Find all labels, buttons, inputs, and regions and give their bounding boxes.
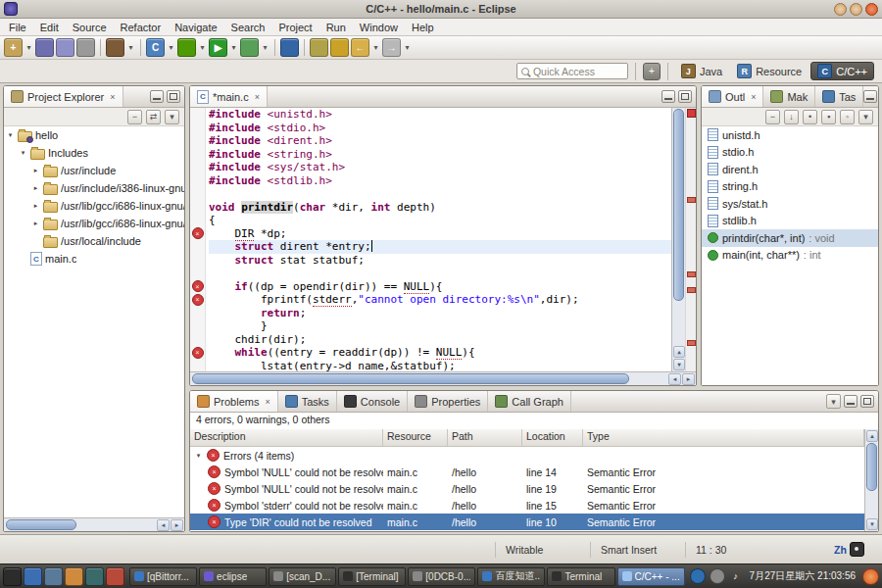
close-icon[interactable]: × [265,397,270,407]
tab-tasks[interactable]: Tasks [278,391,337,412]
view-menu-icon[interactable]: ▾ [165,110,179,124]
scroll-right-icon[interactable]: ▸ [682,373,695,385]
code-line[interactable]: #include <string.h> [209,148,671,162]
menu-source[interactable]: Source [66,21,114,34]
overview-error-mark[interactable] [687,197,696,203]
app-menu-icon[interactable] [3,567,22,586]
scroll-right-icon[interactable]: ▸ [171,519,183,531]
tab-tas[interactable]: Tas [815,86,863,107]
code-line[interactable]: if((dp = opendir(dir)) == NULL){ [209,280,671,294]
taskbar-window-button[interactable]: C/C++ - ... [617,567,685,586]
column-header-location[interactable]: Location [522,429,583,446]
tree-item[interactable]: ▾hello [4,126,184,144]
window-titlebar[interactable]: C/C++ - hello/main.c - Eclipse [0,0,882,19]
outline-item[interactable]: unistd.h [702,126,878,144]
column-header-path[interactable]: Path [448,429,522,446]
code-line[interactable]: #include <dirent.h> [209,134,671,148]
close-icon[interactable]: × [751,92,756,102]
collapse-all-icon[interactable]: − [127,110,142,124]
taskbar-window-button[interactable]: eclipse [199,567,267,586]
code-line[interactable]: #include <sys/stat.h> [209,161,671,174]
overview-ruler[interactable] [685,108,696,371]
close-icon[interactable]: × [110,92,115,102]
tree-item[interactable]: /usr/local/include [4,232,184,250]
input-method-tray-icon[interactable] [690,568,706,584]
maximize-view-button[interactable] [167,90,180,103]
new-c-file-icon[interactable]: C [146,38,165,57]
tab-console[interactable]: Console [337,391,408,412]
perspective-cc[interactable]: CC/C++ [810,62,874,80]
maximize-button[interactable] [850,3,862,16]
tree-item[interactable]: ▸/usr/lib/gcc/i686-linux-gnu/4.7/ [4,215,184,232]
network-tray-icon[interactable] [710,568,725,584]
taskbar-window-button[interactable]: 百度知道... [477,567,545,586]
problem-row[interactable]: ×Symbol 'NULL' could not be resolvedmain… [190,464,864,480]
back-dropdown[interactable]: ▾ [371,43,380,52]
forward-dropdown[interactable]: ▾ [403,43,412,52]
tab-project-explorer[interactable]: Project Explorer × [4,86,123,107]
debug-dropdown[interactable]: ▾ [198,43,207,52]
hide-static-icon[interactable]: ▪ [821,110,836,124]
screenshot-tool-icon[interactable] [106,567,124,586]
code-line[interactable] [209,187,671,201]
maximize-view-button[interactable] [678,90,692,103]
twisty-icon[interactable]: ▸ [31,167,40,174]
file-manager-icon[interactable] [44,567,63,586]
code-line[interactable]: struct dirent *entry; [209,240,671,254]
build-dropdown[interactable]: ▾ [126,43,135,52]
menu-file[interactable]: File [2,21,33,34]
new-wizard-dropdown[interactable]: ▾ [24,43,33,52]
terminal-launcher-icon[interactable] [85,567,104,586]
scroll-up-icon[interactable]: ▲ [866,430,878,442]
editor-vscrollbar[interactable]: ▲ ▼ [671,108,685,371]
run-icon[interactable]: ▶ [209,38,227,57]
problems-vscrollbar[interactable]: ▲ ▼ [864,429,878,531]
taskbar-window-button[interactable]: [Terminal] [338,567,406,586]
outline-item[interactable]: printdir(char*, int) : void [702,229,878,247]
menu-edit[interactable]: Edit [33,21,66,34]
tab-call-graph[interactable]: Call Graph [488,391,571,412]
hide-non-public-icon[interactable]: ◦ [840,110,855,124]
scroll-left-icon[interactable]: ◂ [668,373,681,385]
error-marker-icon[interactable]: × [192,294,204,306]
close-icon[interactable]: × [255,92,260,102]
taskbar-window-button[interactable]: [0DCB-0... [408,567,475,586]
taskbar-window-button[interactable]: [qBittorr... [129,567,197,586]
problem-row[interactable]: ×Symbol 'NULL' could not be resolvedmain… [190,480,864,497]
minimize-view-button[interactable] [844,395,858,408]
show-desktop-icon[interactable] [24,567,42,586]
forward-icon[interactable]: → [382,38,401,57]
minimize-view-button[interactable] [662,90,675,103]
external-tools-dropdown[interactable]: ▾ [261,43,270,52]
scrollbar-thumb[interactable] [673,109,684,301]
outline-item[interactable]: stdio.h [702,144,878,162]
problems-group-row[interactable]: ▾×Errors (4 items) [190,447,864,464]
clock[interactable]: 7月27日星期六 21:03:56 [750,569,856,583]
menu-refactor[interactable]: Refactor [114,21,169,34]
column-header-description[interactable]: Description [190,429,383,446]
minimize-button[interactable] [834,3,847,16]
minimize-view-button[interactable] [150,90,164,103]
tree-item[interactable]: ▾Includes [4,144,184,162]
menu-search[interactable]: Search [224,21,272,34]
hide-fields-icon[interactable]: • [803,110,817,124]
code-line[interactable]: #include <stdlib.h> [209,174,671,188]
explorer-hscrollbar[interactable]: ◂ ▸ [4,517,184,531]
code-line[interactable]: chdir(dir); [209,333,671,347]
twisty-icon[interactable]: ▾ [6,131,15,139]
sort-icon[interactable]: ↓ [784,110,799,124]
run-dropdown[interactable]: ▾ [229,43,238,52]
open-element-icon[interactable] [310,38,328,57]
outline-item[interactable]: main(int, char**) : int [702,247,878,265]
overview-error-mark[interactable] [687,271,696,277]
outline-item[interactable]: sys/stat.h [702,195,878,213]
twisty-icon[interactable]: ▾ [19,149,27,157]
print-icon[interactable] [76,38,95,57]
search-icon[interactable] [280,38,299,57]
menu-window[interactable]: Window [353,21,405,34]
collapse-all-icon[interactable]: − [765,110,780,124]
code-line[interactable]: struct stat statbuf; [209,254,671,268]
tree-item[interactable]: ▸/usr/include/i386-linux-gnu [4,179,184,197]
error-marker-icon[interactable]: × [192,347,204,359]
scrollbar-thumb[interactable] [6,519,76,530]
